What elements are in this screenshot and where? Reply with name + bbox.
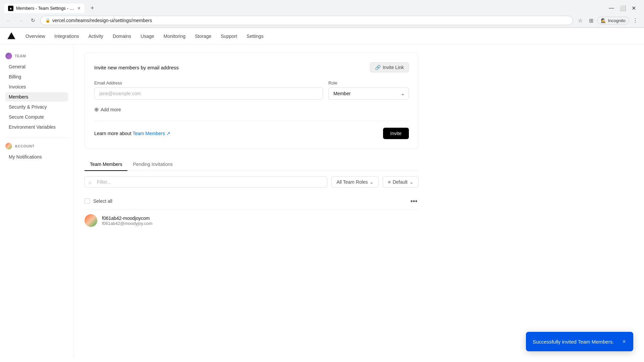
toast-close-button[interactable]: × bbox=[622, 338, 627, 345]
add-more-button[interactable]: ⊕ Add more bbox=[94, 105, 121, 114]
select-all-left: Select all bbox=[85, 198, 112, 204]
account-avatar bbox=[5, 143, 12, 149]
all-team-roles-label: All Team Roles bbox=[336, 179, 368, 185]
member-name: f061ab42-moodjoycom bbox=[102, 216, 419, 221]
incognito-badge[interactable]: 🕵 Incognito bbox=[597, 17, 629, 24]
main-layout: TEAM General Billing Invoices Members Se… bbox=[0, 45, 644, 358]
add-circle-icon: ⊕ bbox=[94, 106, 99, 113]
chevron-down-icon: ⌄ bbox=[370, 179, 374, 185]
team-label: TEAM bbox=[15, 54, 26, 58]
toast-message: Successfully invited Team Members. bbox=[533, 339, 617, 345]
browser-tab[interactable]: ▲ Members - Team Settings - Da... × bbox=[4, 4, 85, 13]
window-controls: — ⬜ ✕ bbox=[605, 3, 640, 13]
invite-link-label: Invite Link bbox=[383, 65, 404, 70]
sidebar-item-secure-compute[interactable]: Secure Compute bbox=[5, 112, 68, 122]
sidebar-item-my-notifications[interactable]: My Notifications bbox=[5, 152, 68, 162]
team-members-link[interactable]: Team Members ↗ bbox=[132, 131, 170, 136]
sort-dropdown[interactable]: ≡ Default ⌄ bbox=[383, 176, 419, 188]
table-row: f061ab42-moodjoycom f061ab42@moodyjoy.co… bbox=[85, 209, 419, 232]
invite-link-button[interactable]: 🔗 Invite Link bbox=[370, 62, 409, 72]
filter-input[interactable] bbox=[85, 176, 327, 188]
invite-form-row: Email Address Role Member Owner Viewer bbox=[94, 80, 409, 100]
nav-usage[interactable]: Usage bbox=[137, 32, 158, 41]
link-icon: 🔗 bbox=[375, 65, 381, 70]
browser-title-bar: ▲ Members - Team Settings - Da... × + — … bbox=[0, 0, 644, 14]
add-more-label: Add more bbox=[101, 107, 121, 112]
main-content: Invite new members by email address 🔗 In… bbox=[74, 45, 644, 358]
role-select-wrapper: Member Owner Viewer bbox=[328, 87, 409, 100]
email-input[interactable] bbox=[94, 87, 323, 100]
role-label: Role bbox=[328, 80, 409, 85]
filter-icon-sort: ≡ bbox=[388, 179, 390, 185]
tab-favicon: ▲ bbox=[8, 6, 13, 11]
team-avatar bbox=[5, 53, 12, 59]
filter-bar: ⌕ All Team Roles ⌄ ≡ Default ⌄ bbox=[85, 176, 419, 188]
top-nav: Overview Integrations Activity Domains U… bbox=[0, 28, 644, 45]
tab-close-button[interactable]: × bbox=[77, 6, 80, 11]
team-section-label: TEAM bbox=[5, 53, 68, 59]
refresh-button[interactable]: ↻ bbox=[28, 16, 38, 25]
member-info: f061ab42-moodjoycom f061ab42@moodyjoy.co… bbox=[102, 216, 419, 226]
maximize-button[interactable]: ⬜ bbox=[620, 5, 626, 11]
nav-actions: ☆ ⊞ 🕵 Incognito ⋮ bbox=[576, 16, 640, 25]
nav-integrations[interactable]: Integrations bbox=[50, 32, 83, 41]
sidebar-item-env-variables[interactable]: Environment Variables bbox=[5, 122, 68, 132]
sidebar-item-general[interactable]: General bbox=[5, 62, 68, 71]
select-all-checkbox[interactable] bbox=[85, 198, 90, 204]
role-form-group: Role Member Owner Viewer bbox=[328, 80, 409, 100]
lock-icon: 🔒 bbox=[45, 18, 50, 23]
tab-team-members[interactable]: Team Members bbox=[85, 158, 127, 171]
content-inner: Invite new members by email address 🔗 In… bbox=[74, 45, 429, 240]
invite-button[interactable]: Invite bbox=[383, 128, 409, 139]
forward-button[interactable]: → bbox=[16, 16, 25, 25]
nav-settings[interactable]: Settings bbox=[243, 32, 268, 41]
incognito-icon: 🕵 bbox=[601, 18, 606, 23]
sidebar-item-members[interactable]: Members bbox=[5, 92, 68, 102]
sort-label: Default bbox=[393, 179, 408, 185]
invite-card: Invite new members by email address 🔗 In… bbox=[85, 53, 419, 149]
sidebar: TEAM General Billing Invoices Members Se… bbox=[0, 45, 74, 358]
browser-navbar: ← → ↻ 🔒 vercel.com/teams/redesign-ui/set… bbox=[0, 14, 644, 27]
sidebar-item-invoices[interactable]: Invoices bbox=[5, 82, 68, 92]
close-button[interactable]: ✕ bbox=[632, 5, 636, 11]
invite-footer: Learn more about Team Members ↗ Invite bbox=[94, 121, 409, 139]
footer-text-prefix: Learn more about bbox=[94, 131, 132, 136]
email-label: Email Address bbox=[94, 80, 323, 85]
nav-monitoring[interactable]: Monitoring bbox=[160, 32, 190, 41]
filter-input-wrapper: ⌕ bbox=[85, 176, 327, 188]
bookmark-button[interactable]: ☆ bbox=[576, 16, 585, 25]
split-view-button[interactable]: ⊞ bbox=[586, 16, 596, 25]
sidebar-item-billing[interactable]: Billing bbox=[5, 72, 68, 81]
email-form-group: Email Address bbox=[94, 80, 323, 100]
browser-chrome: ▲ Members - Team Settings - Da... × + — … bbox=[0, 0, 644, 28]
all-team-roles-dropdown[interactable]: All Team Roles ⌄ bbox=[331, 176, 379, 188]
nav-domains[interactable]: Domains bbox=[109, 32, 135, 41]
nav-activity[interactable]: Activity bbox=[85, 32, 107, 41]
address-bar[interactable]: 🔒 vercel.com/teams/redesign-ui/settings/… bbox=[40, 16, 573, 25]
account-label: ACCOUNT bbox=[15, 144, 35, 148]
incognito-label: Incognito bbox=[608, 18, 626, 23]
app-container: Overview Integrations Activity Domains U… bbox=[0, 28, 644, 358]
more-options-members-button[interactable]: ••• bbox=[409, 196, 419, 206]
new-tab-button[interactable]: + bbox=[87, 3, 98, 14]
address-text: vercel.com/teams/redesign-ui/settings/me… bbox=[52, 18, 568, 23]
sort-chevron-icon: ⌄ bbox=[410, 179, 414, 185]
tab-pending-invitations[interactable]: Pending Invitations bbox=[127, 158, 178, 171]
select-all-label[interactable]: Select all bbox=[93, 198, 112, 204]
account-section-label: ACCOUNT bbox=[5, 143, 68, 149]
nav-storage[interactable]: Storage bbox=[191, 32, 215, 41]
back-button[interactable]: ← bbox=[4, 16, 13, 25]
minimize-button[interactable]: — bbox=[609, 5, 614, 11]
sidebar-item-security-privacy[interactable]: Security & Privacy bbox=[5, 102, 68, 112]
invite-header: Invite new members by email address 🔗 In… bbox=[94, 62, 409, 72]
sidebar-divider bbox=[5, 137, 68, 137]
avatar bbox=[85, 214, 97, 227]
more-options-button[interactable]: ⋮ bbox=[631, 16, 640, 25]
select-all-row: Select all ••• bbox=[85, 193, 419, 209]
tabs-bar: Team Members Pending Invitations bbox=[85, 158, 419, 171]
nav-support[interactable]: Support bbox=[217, 32, 241, 41]
nav-overview[interactable]: Overview bbox=[21, 32, 49, 41]
invite-footer-text: Learn more about Team Members ↗ bbox=[94, 131, 170, 136]
vercel-logo[interactable] bbox=[7, 32, 16, 41]
role-select[interactable]: Member Owner Viewer bbox=[328, 87, 409, 100]
